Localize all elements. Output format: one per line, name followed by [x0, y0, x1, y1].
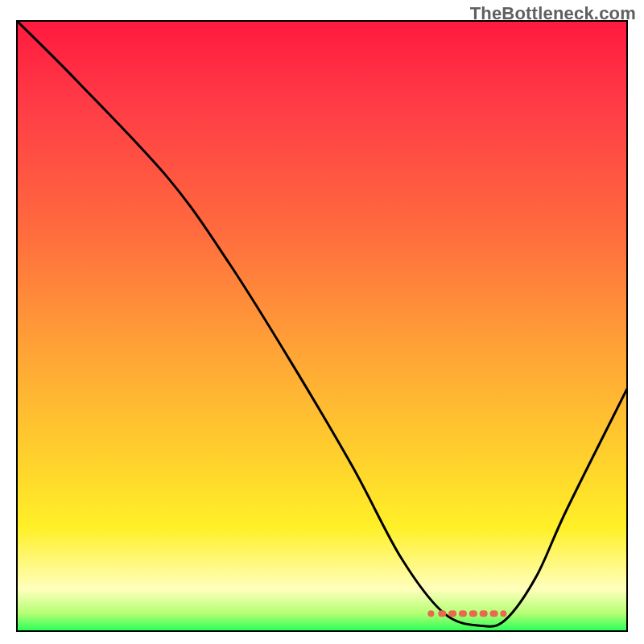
chart-container: TheBottleneck.com: [0, 0, 644, 644]
plot-area: [16, 20, 628, 632]
heat-gradient-background: [16, 20, 628, 632]
